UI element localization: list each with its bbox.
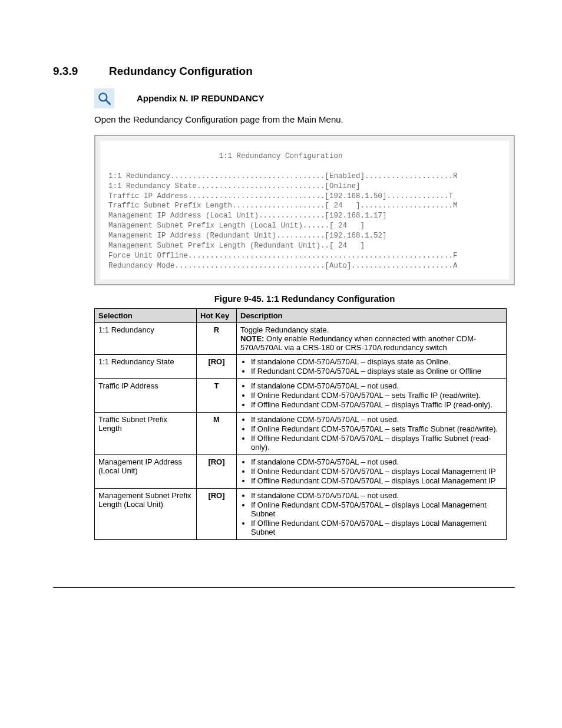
section-title: Redundancy Configuration	[109, 65, 253, 77]
desc-list: If standalone CDM-570A/570AL – not used.…	[240, 381, 503, 409]
list-item: If Offline Redundant CDM-570A/570AL – di…	[251, 476, 503, 485]
desc-note: NOTE: Only enable Redundancy when connec…	[240, 334, 503, 352]
appendix-label: Appendix N. IP REDUNDANCY	[137, 88, 264, 103]
list-item: If standalone CDM-570A/570AL – not used.	[251, 457, 503, 466]
header-description: Description	[237, 308, 507, 322]
list-item: If Online Redundant CDM-570A/570AL – dis…	[251, 467, 503, 476]
cell-hotkey: [RO]	[197, 354, 237, 378]
cell-description: If standalone CDM-570A/570AL – not used.…	[237, 488, 507, 539]
list-item: If standalone CDM-570A/570AL – displays …	[251, 357, 503, 366]
list-item: If Offline Redundant CDM-570A/570AL – di…	[251, 400, 503, 409]
cell-hotkey: [RO]	[197, 488, 237, 539]
list-item: If Online Redundant CDM-570A/570AL – dis…	[251, 500, 503, 518]
desc-list: If standalone CDM-570A/570AL – not used.…	[240, 415, 503, 452]
cell-hotkey: T	[197, 378, 237, 412]
table-row: Management IP Address (Local Unit)[RO]If…	[95, 454, 507, 488]
table-row: Traffic Subnet Prefix LengthMIf standalo…	[95, 412, 507, 454]
cell-selection: Management IP Address (Local Unit)	[95, 454, 197, 488]
desc-list: If standalone CDM-570A/570AL – displays …	[240, 357, 503, 375]
table-row: Traffic IP AddressTIf standalone CDM-570…	[95, 378, 507, 412]
terminal-output: 1:1 Redundancy Configuration 1:1 Redunda…	[100, 141, 509, 279]
list-item: If Offline Redundant CDM-570A/570AL – di…	[251, 434, 503, 452]
cell-description: Toggle Redundancy state.NOTE: Only enabl…	[237, 322, 507, 354]
section-number: 9.3.9	[53, 65, 109, 78]
cell-description: If standalone CDM-570A/570AL – not used.…	[237, 378, 507, 412]
cell-description: If standalone CDM-570A/570AL – not used.…	[237, 412, 507, 454]
desc-line: Toggle Redundancy state.	[240, 325, 503, 334]
list-item: If Online Redundant CDM-570A/570AL – set…	[251, 424, 503, 433]
cell-selection: 1:1 Redundancy State	[95, 354, 197, 378]
cell-hotkey: R	[197, 322, 237, 354]
figure-caption: Figure 9-45. 1:1 Redundancy Configuratio…	[94, 294, 515, 304]
svg-line-1	[106, 100, 110, 104]
cell-selection: Traffic Subnet Prefix Length	[95, 412, 197, 454]
list-item: If standalone CDM-570A/570AL – not used.	[251, 415, 503, 424]
table-row: Management Subnet Prefix Length (Local U…	[95, 488, 507, 539]
cell-hotkey: M	[197, 412, 237, 454]
desc-list: If standalone CDM-570A/570AL – not used.…	[240, 491, 503, 536]
list-item: If standalone CDM-570A/570AL – not used.	[251, 491, 503, 500]
section-heading: 9.3.9Redundancy Configuration	[53, 65, 515, 78]
desc-list: If standalone CDM-570A/570AL – not used.…	[240, 457, 503, 485]
list-item: If Offline Redundant CDM-570A/570AL – di…	[251, 519, 503, 536]
note-label: NOTE:	[240, 334, 264, 343]
intro-text: Open the Redundancy Configuration page f…	[94, 114, 515, 124]
header-hotkey: Hot Key	[197, 308, 237, 322]
header-selection: Selection	[95, 308, 197, 322]
list-item: If Online Redundant CDM-570A/570AL – set…	[251, 391, 503, 400]
cell-selection: Management Subnet Prefix Length (Local U…	[95, 488, 197, 539]
table-row: 1:1 Redundancy State[RO]If standalone CD…	[95, 354, 507, 378]
cell-selection: Traffic IP Address	[95, 378, 197, 412]
table-row: 1:1 RedundancyRToggle Redundancy state.N…	[95, 322, 507, 354]
cell-description: If standalone CDM-570A/570AL – displays …	[237, 354, 507, 378]
terminal-frame: 1:1 Redundancy Configuration 1:1 Redunda…	[94, 135, 515, 285]
list-item: If standalone CDM-570A/570AL – not used.	[251, 381, 503, 390]
cell-hotkey: [RO]	[197, 454, 237, 488]
list-item: If Redundant CDM-570A/570AL – displays s…	[251, 367, 503, 375]
description-table: Selection Hot Key Description 1:1 Redund…	[94, 308, 507, 540]
footer-rule	[53, 587, 515, 588]
magnifier-icon	[94, 88, 114, 108]
cell-selection: 1:1 Redundancy	[95, 322, 197, 354]
cell-description: If standalone CDM-570A/570AL – not used.…	[237, 454, 507, 488]
appendix-row: Appendix N. IP REDUNDANCY	[94, 88, 515, 108]
